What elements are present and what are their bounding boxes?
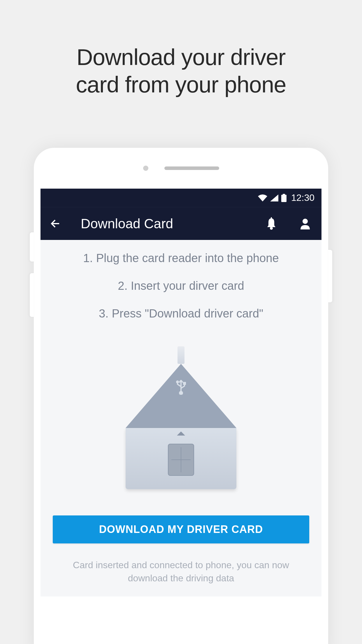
content-area: 1. Plug the card reader into the phone 2… bbox=[41, 240, 321, 596]
card-reader-illustration bbox=[123, 346, 239, 489]
app-screen: 12:30 Download Card bbox=[41, 189, 321, 596]
app-bar-title: Download Card bbox=[81, 216, 263, 231]
promo-title: Download your driver card from your phon… bbox=[76, 44, 286, 98]
wifi-icon bbox=[258, 194, 267, 201]
download-card-button[interactable]: DOWNLOAD MY DRIVER CARD bbox=[53, 515, 309, 543]
back-button[interactable] bbox=[49, 217, 63, 231]
reader-arrow-graphic bbox=[177, 431, 185, 436]
svg-point-7 bbox=[180, 392, 182, 394]
connection-status-message: Card inserted and connected to phone, yo… bbox=[70, 559, 292, 585]
card-chip-graphic bbox=[168, 444, 194, 476]
svg-rect-1 bbox=[281, 195, 287, 202]
instruction-step-2: 2. Insert your dirver card bbox=[118, 279, 244, 292]
arrow-left-icon bbox=[50, 218, 61, 229]
status-time: 12:30 bbox=[291, 192, 314, 203]
profile-button[interactable] bbox=[297, 215, 313, 232]
phone-speaker-slot bbox=[164, 166, 219, 170]
phone-device-frame: 12:30 Download Card bbox=[34, 148, 328, 644]
reader-top-graphic bbox=[126, 364, 236, 428]
usb-icon bbox=[175, 378, 187, 396]
person-icon bbox=[299, 218, 311, 229]
signal-icon bbox=[270, 194, 278, 201]
usb-cable-graphic bbox=[178, 346, 184, 364]
phone-side-button bbox=[30, 273, 34, 317]
phone-side-button bbox=[30, 232, 34, 262]
svg-point-4 bbox=[303, 219, 308, 224]
bell-icon bbox=[266, 217, 277, 230]
svg-rect-3 bbox=[271, 217, 272, 219]
promo-title-line-2: card from your phone bbox=[76, 72, 286, 97]
promo-title-line-1: Download your driver bbox=[76, 44, 285, 70]
status-bar: 12:30 bbox=[41, 189, 321, 207]
instruction-step-1: 1. Plug the card reader into the phone bbox=[83, 252, 279, 265]
phone-side-button bbox=[328, 250, 332, 302]
svg-point-5 bbox=[177, 381, 178, 383]
phone-top-hardware bbox=[34, 148, 328, 189]
instruction-step-3: 3. Press "Download driver card" bbox=[99, 307, 263, 320]
reader-body-graphic bbox=[126, 428, 236, 489]
app-bar: Download Card bbox=[41, 207, 321, 240]
svg-rect-6 bbox=[184, 382, 185, 384]
svg-point-2 bbox=[270, 227, 273, 230]
notifications-button[interactable] bbox=[263, 215, 280, 232]
battery-icon bbox=[281, 194, 287, 202]
svg-rect-0 bbox=[283, 194, 285, 195]
phone-camera-dot bbox=[143, 166, 148, 171]
